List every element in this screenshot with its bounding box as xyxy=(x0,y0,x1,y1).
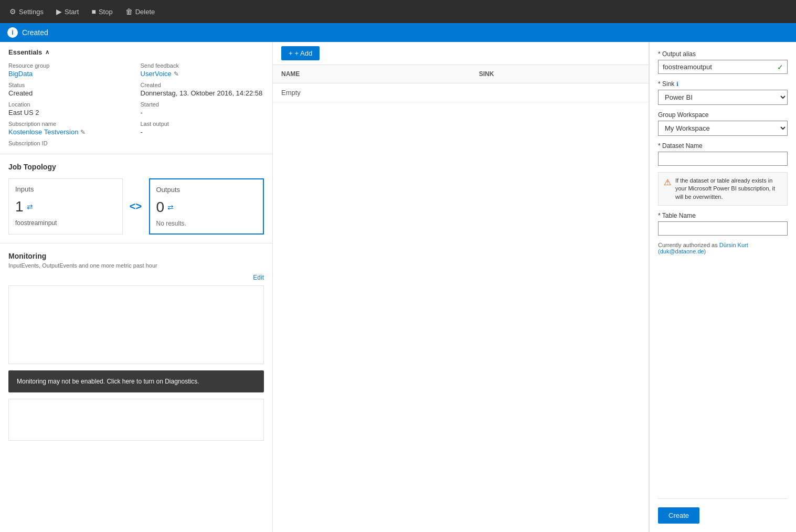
last-output-value: - xyxy=(141,128,264,136)
edit-icon[interactable]: ✎ xyxy=(174,70,179,78)
resource-group-label: Resource group xyxy=(8,62,132,69)
plus-icon: + xyxy=(289,49,293,57)
status-text: Created xyxy=(22,28,48,37)
col-sink-header: SINK xyxy=(471,65,649,83)
monitoring-edit[interactable]: Edit xyxy=(8,274,264,281)
started-label: Started xyxy=(141,101,264,108)
inputs-label: Inputs xyxy=(15,185,116,193)
empty-text: Empty xyxy=(273,83,649,102)
monitoring-title: Monitoring xyxy=(8,252,264,260)
last-output-item: Last output - xyxy=(141,121,264,136)
status-bar: i Created xyxy=(0,23,796,42)
dataset-name-group: * Dataset Name xyxy=(658,142,788,166)
monitoring-chart xyxy=(8,285,264,364)
query-symbol: <> xyxy=(130,200,142,212)
created-item: Created Donnerstag, 13. Oktober 2016, 14… xyxy=(141,82,264,97)
send-feedback-value[interactable]: UserVoice xyxy=(141,70,172,78)
sink-select[interactable]: Power BI SQL Database Blob Storage Table… xyxy=(658,90,788,105)
send-feedback-row: UserVoice ✎ xyxy=(141,70,264,78)
location-value: East US 2 xyxy=(8,109,132,116)
middle-toolbar: + + Add xyxy=(273,42,649,65)
resource-group-item: Resource group BigData xyxy=(8,62,132,78)
status-icon: i xyxy=(7,27,18,38)
add-button[interactable]: + + Add xyxy=(281,46,320,60)
essentials-section: Essentials ∧ Resource group BigData Send… xyxy=(0,42,272,154)
output-alias-input-wrapper: ✓ xyxy=(658,60,788,74)
start-icon: ▶ xyxy=(56,7,62,16)
outputs-count-row: 0 ⇄ xyxy=(156,199,257,216)
subscription-id-label: Subscription ID xyxy=(8,140,132,146)
subscription-edit-icon[interactable]: ✎ xyxy=(80,129,86,136)
location-item: Location East US 2 xyxy=(8,101,132,116)
toolbar: ⚙ Settings ▶ Start ■ Stop 🗑 Delete xyxy=(0,0,796,23)
resource-group-value[interactable]: BigData xyxy=(8,70,132,78)
warning-text: If the dataset or table already exists i… xyxy=(675,177,782,201)
table-name-group: * Table Name xyxy=(658,212,788,236)
delete-button[interactable]: 🗑 Delete xyxy=(120,4,161,19)
send-feedback-label: Send feedback xyxy=(141,62,264,69)
table-name-input[interactable] xyxy=(658,221,788,236)
left-panel: Essentials ∧ Resource group BigData Send… xyxy=(0,42,273,532)
last-output-label: Last output xyxy=(141,121,264,127)
monitoring-section: Monitoring InputEvents, OutputEvents and… xyxy=(0,243,272,449)
started-value: - xyxy=(141,109,264,116)
essentials-header[interactable]: Essentials ∧ xyxy=(8,48,264,56)
essentials-title: Essentials xyxy=(8,48,42,56)
chevron-up-icon: ∧ xyxy=(45,49,49,56)
settings-label: Settings xyxy=(19,8,44,16)
monitoring-subtitle: InputEvents, OutputEvents and one more m… xyxy=(8,262,264,269)
group-workspace-group: Group Workspace My Workspace Other Works… xyxy=(658,111,788,136)
authorized-text: Currently authorized as Dürsin Kurt (duk… xyxy=(658,242,788,254)
main-layout: Essentials ∧ Resource group BigData Send… xyxy=(0,42,796,532)
output-alias-group: * Output alias ✓ xyxy=(658,50,788,74)
group-workspace-select[interactable]: My Workspace Other Workspace xyxy=(658,121,788,136)
right-panel-footer: Create xyxy=(658,498,788,524)
inputs-name: foostreaminput xyxy=(15,219,116,227)
add-label: + Add xyxy=(295,49,313,57)
status-value: Created xyxy=(8,89,132,97)
subscription-name-item: Subscription name Kostenlose Testversion… xyxy=(8,121,132,136)
settings-icon: ⚙ xyxy=(9,7,16,16)
started-item: Started - xyxy=(141,101,264,116)
subscription-name-value[interactable]: Kostenlose Testversion xyxy=(8,128,78,136)
dataset-name-input[interactable] xyxy=(658,152,788,166)
subscription-id-item: Subscription ID xyxy=(8,140,132,147)
monitoring-banner[interactable]: Monitoring may not be enabled. Click her… xyxy=(8,370,264,392)
outputs-count: 0 xyxy=(156,199,165,216)
right-panel: * Output alias ✓ * Sink ℹ Power BI SQL D… xyxy=(649,42,796,532)
outputs-refresh-icon[interactable]: ⇄ xyxy=(167,203,174,211)
topology-grid: Inputs 1 ⇄ foostreaminput <> Outputs 0 ⇄ xyxy=(8,178,264,235)
subscription-name-row: Kostenlose Testversion ✎ xyxy=(8,128,132,136)
table-empty-row: Empty xyxy=(273,83,649,102)
outputs-table: NAME SINK Empty xyxy=(273,65,649,102)
inputs-card: Inputs 1 ⇄ foostreaminput xyxy=(8,178,123,235)
status-label: Status xyxy=(8,82,132,88)
status-item: Status Created xyxy=(8,82,132,97)
start-label: Start xyxy=(65,8,79,16)
delete-icon: 🗑 xyxy=(125,7,133,16)
sink-label: * Sink ℹ xyxy=(658,80,788,88)
topology-section: Job Topology Inputs 1 ⇄ foostreaminput <… xyxy=(0,154,272,243)
created-value: Donnerstag, 13. Oktober 2016, 14:22:58 xyxy=(141,89,264,97)
topology-title: Job Topology xyxy=(8,163,264,171)
outputs-label: Outputs xyxy=(156,186,257,194)
send-feedback-item: Send feedback UserVoice ✎ xyxy=(141,62,264,78)
sink-group: * Sink ℹ Power BI SQL Database Blob Stor… xyxy=(658,80,788,105)
warning-icon: ⚠ xyxy=(664,177,671,201)
start-button[interactable]: ▶ Start xyxy=(51,4,84,19)
check-icon: ✓ xyxy=(777,63,783,71)
sink-info-icon[interactable]: ℹ xyxy=(676,81,678,87)
warning-box: ⚠ If the dataset or table already exists… xyxy=(658,172,788,206)
output-alias-label: * Output alias xyxy=(658,50,788,58)
inputs-refresh-icon[interactable]: ⇄ xyxy=(27,203,33,211)
created-label: Created xyxy=(141,82,264,88)
outputs-card: Outputs 0 ⇄ No results. xyxy=(149,178,264,235)
output-alias-input[interactable] xyxy=(658,60,788,74)
query-separator: <> xyxy=(123,178,149,235)
delete-label: Delete xyxy=(135,8,155,16)
location-label: Location xyxy=(8,101,132,108)
stop-button[interactable]: ■ Stop xyxy=(86,4,118,19)
middle-panel: + + Add NAME SINK Empty xyxy=(273,42,649,532)
settings-button[interactable]: ⚙ Settings xyxy=(4,4,49,19)
create-button[interactable]: Create xyxy=(658,507,699,524)
